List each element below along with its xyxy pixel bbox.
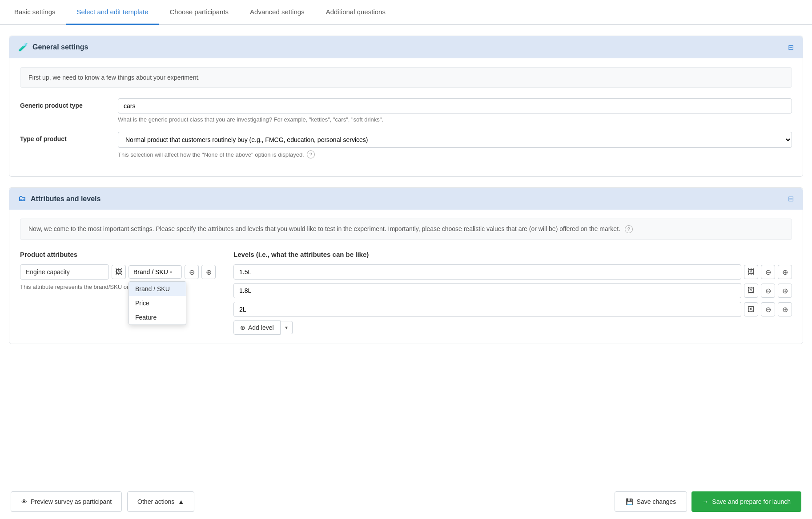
preview-survey-label: Preview survey as participant	[31, 498, 112, 505]
attributes-levels-header: 🗂 Attributes and levels ⊟	[9, 188, 803, 210]
generic-product-type-row: Generic product type What is the generic…	[20, 98, 792, 123]
attributes-levels-title-group: 🗂 Attributes and levels	[18, 194, 100, 203]
product-attributes-col: Product attributes Engine capacity 🖼 Bra…	[20, 251, 216, 335]
layers-icon: 🗂	[18, 194, 26, 203]
attributes-levels-help-icon[interactable]: ?	[625, 225, 633, 233]
levels-col: Levels (i.e., what the attributes can be…	[233, 251, 792, 335]
attribute-type-dropdown: Brand / SKU Price Feature	[129, 281, 186, 325]
type-of-product-select[interactable]: Normal product that customers routinely …	[118, 132, 792, 148]
tab-additional-questions[interactable]: Additional questions	[315, 0, 396, 25]
level-row: 🖼 ⊖ ⊕	[233, 283, 792, 298]
general-settings-card: 🧪 General settings ⊟ First up, we need t…	[9, 36, 803, 177]
level-input-0[interactable]	[233, 264, 741, 280]
save-changes-button[interactable]: 💾 Save changes	[615, 491, 687, 512]
type-of-product-help: This selection will affect how the "None…	[118, 150, 792, 158]
general-settings-body: First up, we need to know a few things a…	[9, 58, 803, 176]
tab-basic-settings[interactable]: Basic settings	[4, 0, 66, 25]
save-changes-label: Save changes	[637, 498, 676, 505]
level-image-btn-1[interactable]: 🖼	[744, 284, 758, 298]
attributes-levels-body: Now, we come to the most important setti…	[9, 210, 803, 344]
add-level-wrap: ⊕ Add level ▾	[233, 320, 792, 335]
generic-product-type-input[interactable]	[118, 98, 792, 114]
type-of-product-wrap: Normal product that customers routinely …	[118, 132, 792, 158]
level-remove-btn-2[interactable]: ⊖	[761, 302, 775, 316]
dropdown-item-feature[interactable]: Feature	[129, 310, 186, 324]
tab-advanced-settings[interactable]: Advanced settings	[239, 0, 315, 25]
dropdown-item-brand-sku[interactable]: Brand / SKU	[129, 282, 186, 296]
level-remove-btn-1[interactable]: ⊖	[761, 284, 775, 298]
tab-choose-participants[interactable]: Choose participants	[159, 0, 239, 25]
other-actions-button[interactable]: Other actions ▲	[127, 491, 194, 512]
attribute-remove-btn[interactable]: ⊖	[185, 265, 199, 279]
save-launch-button[interactable]: → Save and prepare for launch	[691, 491, 801, 512]
level-row: 🖼 ⊖ ⊕	[233, 264, 792, 280]
levels-container: 🖼 ⊖ ⊕ 🖼 ⊖ ⊕ 🖼 ⊖ ⊕	[233, 264, 792, 317]
level-move-btn-0[interactable]: ⊕	[778, 265, 792, 279]
add-level-dropdown-btn[interactable]: ▾	[281, 321, 293, 334]
attribute-name-display: Engine capacity	[20, 264, 109, 280]
level-input-1[interactable]	[233, 283, 741, 298]
add-level-label: Add level	[248, 324, 274, 331]
general-settings-info: First up, we need to know a few things a…	[20, 67, 792, 88]
attributes-levels-info: Now, we come to the most important setti…	[20, 219, 792, 240]
attribute-type-label: Brand / SKU	[133, 268, 168, 276]
product-attributes-col-title: Product attributes	[20, 251, 216, 258]
triangle-up-icon: ▲	[178, 498, 184, 505]
level-image-btn-0[interactable]: 🖼	[744, 265, 758, 279]
level-image-btn-2[interactable]: 🖼	[744, 302, 758, 316]
attrs-columns: Product attributes Engine capacity 🖼 Bra…	[20, 251, 792, 335]
footer-right: 💾 Save changes → Save and prepare for la…	[615, 491, 801, 512]
add-level-button[interactable]: ⊕ Add level	[233, 320, 281, 335]
type-of-product-label: Type of product	[20, 132, 109, 142]
generic-product-type-label: Generic product type	[20, 98, 109, 109]
level-move-btn-2[interactable]: ⊕	[778, 302, 792, 316]
level-row: 🖼 ⊖ ⊕	[233, 302, 792, 317]
other-actions-label: Other actions	[137, 498, 174, 505]
generic-product-type-wrap: What is the generic product class that y…	[118, 98, 792, 123]
footer-left: 👁 Preview survey as participant Other ac…	[11, 491, 194, 512]
general-settings-title-group: 🧪 General settings	[18, 42, 88, 52]
tab-select-edit-template[interactable]: Select and edit template	[66, 0, 159, 25]
type-of-product-row: Type of product Normal product that cust…	[20, 132, 792, 158]
general-settings-toggle[interactable]: ⊟	[788, 43, 794, 52]
add-level-icon: ⊕	[240, 324, 245, 331]
tabs-bar: Basic settingsSelect and edit templateCh…	[0, 0, 812, 25]
attributes-levels-card: 🗂 Attributes and levels ⊟ Now, we come t…	[9, 187, 803, 344]
arrow-right-icon: →	[702, 498, 708, 505]
attributes-levels-toggle[interactable]: ⊟	[788, 195, 794, 203]
floppy-icon: 💾	[626, 498, 633, 505]
general-settings-header: 🧪 General settings ⊟	[9, 36, 803, 58]
preview-survey-button[interactable]: 👁 Preview survey as participant	[11, 491, 122, 512]
dropdown-item-price[interactable]: Price	[129, 296, 186, 310]
chevron-down-icon: ▾	[170, 270, 172, 275]
eye-icon: 👁	[21, 498, 27, 505]
attr-desc-suffix: rand/SKU	[97, 284, 122, 290]
attribute-description: This attribute represents the brand/SKU …	[20, 283, 216, 291]
attribute-type-select-wrap: Brand / SKU ▾ Brand / SKU Price Feature	[129, 265, 182, 279]
level-input-2[interactable]	[233, 302, 741, 317]
general-settings-title: General settings	[32, 43, 88, 51]
footer-bar: 👁 Preview survey as participant Other ac…	[0, 484, 812, 519]
levels-col-title: Levels (i.e., what the attributes can be…	[233, 251, 792, 258]
type-of-product-help-icon[interactable]: ?	[307, 150, 315, 158]
flask-icon: 🧪	[18, 42, 28, 52]
save-launch-label: Save and prepare for launch	[712, 498, 791, 505]
main-content: 🧪 General settings ⊟ First up, we need t…	[0, 25, 812, 484]
attributes-levels-title: Attributes and levels	[31, 195, 100, 203]
attribute-move-btn[interactable]: ⊕	[201, 265, 216, 279]
attribute-image-btn[interactable]: 🖼	[112, 265, 126, 279]
attribute-type-btn[interactable]: Brand / SKU ▾	[129, 265, 182, 279]
attribute-row: Engine capacity 🖼 Brand / SKU ▾ Brand / …	[20, 264, 216, 280]
level-remove-btn-0[interactable]: ⊖	[761, 265, 775, 279]
level-move-btn-1[interactable]: ⊕	[778, 284, 792, 298]
generic-product-type-help: What is the generic product class that y…	[118, 116, 792, 123]
